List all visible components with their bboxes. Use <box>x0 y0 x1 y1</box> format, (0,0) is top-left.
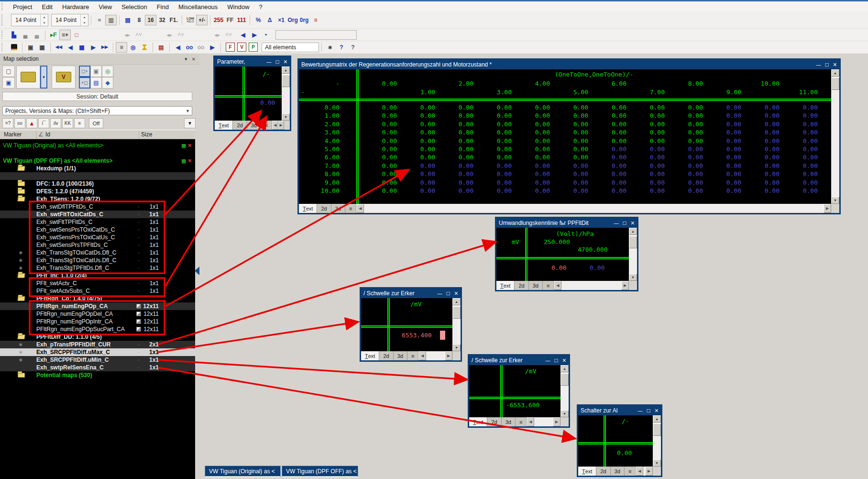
close-icon[interactable]: × <box>833 61 837 68</box>
close-icon[interactable]: × <box>631 219 635 227</box>
matrix-cell[interactable]: 0.00 <box>675 112 703 119</box>
column-id[interactable]: Id <box>45 131 50 138</box>
vertical-scrollbar[interactable]: ▲▼ <box>452 298 461 351</box>
matrix-cell[interactable]: 0.00 <box>560 129 588 136</box>
matrix-cell[interactable]: 0.00 <box>637 162 665 169</box>
prev-element-button[interactable]: ◀ <box>237 30 249 40</box>
tree-map-row[interactable]: Exh_swtFltTPFltDs_C·1x1 <box>0 218 195 226</box>
matrix-col-header[interactable]: 8.00 <box>675 80 703 87</box>
scroll-up-icon[interactable]: ▲ <box>831 69 839 77</box>
matrix-cell[interactable]: 0.00 <box>599 104 626 111</box>
matrix-row-header[interactable]: 6.00 <box>312 154 340 161</box>
matrix-cell[interactable]: 0.00 <box>790 154 818 161</box>
mdi-tab-0[interactable]: VW Tiguan (Original) as < <box>205 466 281 478</box>
export-map-button[interactable]: +▢ <box>79 77 90 89</box>
delta-button[interactable]: Δ <box>264 15 275 25</box>
tree-map-row[interactable]: PFltRgn_numEngPOpIntr_CA12x11 <box>0 318 195 325</box>
matrix-cell[interactable]: 0.00 <box>522 137 550 145</box>
matrix-cell[interactable]: 0.00 <box>675 179 703 186</box>
minimize-icon[interactable]: — <box>438 291 442 296</box>
tree-folder-row[interactable]: PFltRgn_Co: 1.4.0 (4/75) <box>0 295 195 302</box>
search-maps-button[interactable]: ◎ <box>102 66 113 77</box>
matrix-col-header[interactable]: 9.00 <box>714 89 741 96</box>
close-icon[interactable]: × <box>562 356 566 364</box>
hourglass-icon[interactable] <box>139 42 150 53</box>
sign-button[interactable]: +/- <box>196 15 208 25</box>
org-button[interactable]: Org <box>287 15 298 25</box>
tab-3d[interactable]: 3d <box>611 467 625 476</box>
percent-button[interactable]: % <box>253 15 264 25</box>
off-filter-button[interactable]: Off <box>89 118 103 128</box>
matrix-cell[interactable]: 0.00 <box>599 121 626 128</box>
warning-filter-button[interactable]: ▲ <box>26 118 37 128</box>
scroll-down-icon[interactable]: ▼ <box>282 113 290 121</box>
matrix-cell[interactable]: 0.00 <box>714 187 741 194</box>
matrix-cell[interactable]: 0.00 <box>790 129 818 136</box>
search-next-button[interactable]: ▶ <box>207 42 218 53</box>
matrix-cell[interactable]: 0.00 <box>714 129 741 136</box>
matrix-cell[interactable]: 0.00 <box>560 137 588 145</box>
vertical-scrollbar[interactable]: ▲▼ <box>831 69 839 204</box>
toolbar-entry-box[interactable] <box>275 30 357 40</box>
matrix-cell[interactable]: 0.00 <box>675 154 703 161</box>
matrix-row-header[interactable]: 10.00 <box>312 187 340 194</box>
stamp-redo-icon[interactable]: ▄ <box>31 30 43 40</box>
matrix-cell[interactable]: 0.00 <box>446 170 473 178</box>
list-filter-button[interactable]: ≡ <box>74 118 85 128</box>
matrix-cell[interactable]: 0.00 <box>790 112 818 119</box>
matrix-col-header[interactable]: 1.00 <box>407 89 435 96</box>
menu-item-miscellaneous[interactable]: Miscellaneous <box>174 2 222 11</box>
paste-factor-icon[interactable]: ▸F <box>48 30 59 40</box>
matrix-cell[interactable]: 0.00 <box>369 104 397 111</box>
menu-item-help[interactable]: ? <box>254 2 267 11</box>
matrix-cell[interactable]: 0.00 <box>599 187 626 194</box>
matrix-cell[interactable]: 0.00 <box>522 170 550 178</box>
matrix-cell[interactable]: 0.00 <box>560 154 588 161</box>
tree-map-row[interactable]: ∗Exh_TransStgTPFltDs.Dfl_C·1x1 <box>0 264 195 272</box>
matrix-cell[interactable]: 0.00 <box>407 154 435 161</box>
window-parameter-titlebar[interactable]: Parameter,—□× <box>215 57 290 67</box>
matrix-cell[interactable]: 0.00 <box>599 179 626 186</box>
binoculars-color-icon[interactable]: oo <box>184 42 195 53</box>
open-dropdown-icon[interactable]: ▼ <box>40 66 47 89</box>
tab-list-icon[interactable]: ≡ <box>625 467 636 476</box>
tree-map-row[interactable]: ∗Exh_TransStgTOxiCatDs.Dfl_C·1x1 <box>0 249 195 256</box>
tree-map-row[interactable]: Exh_swtSensPrsTOxiCatUs_C·1x1 <box>0 234 195 241</box>
matrix-cell[interactable]: 0.00 <box>752 162 780 169</box>
column-size[interactable]: Size <box>141 131 152 138</box>
window-schalter-titlebar[interactable]: Schalter zur Al—□× <box>578 406 661 415</box>
tree-map-row[interactable]: PFltRgn_numEngPOpDel_CA12x11 <box>0 310 195 318</box>
tab-2d[interactable]: 2d <box>515 281 528 290</box>
matrix-cell[interactable]: 0.00 <box>522 129 550 136</box>
matrix-cell[interactable]: 0.00 <box>599 137 626 145</box>
matrix-cell[interactable]: 0.00 <box>752 179 780 186</box>
matrix-cell[interactable]: 0.00 <box>446 154 473 161</box>
matrix-col-header[interactable]: 0.00 <box>369 80 397 87</box>
matrix-cell[interactable]: 0.00 <box>675 121 703 128</box>
matrix-cell[interactable]: 0.00 <box>522 162 550 169</box>
matrix-cell[interactable]: 0.00 <box>560 121 588 128</box>
org-exp-button[interactable]: 0rg <box>298 15 310 25</box>
scroll-up-icon[interactable]: ▲ <box>452 298 461 305</box>
matrix-cell[interactable]: 0.00 <box>407 121 435 128</box>
menu-item-hardware[interactable]: Hardware <box>57 2 94 11</box>
matrix-cell[interactable]: 0.00 <box>560 187 588 194</box>
close-icon[interactable]: × <box>284 58 287 66</box>
matrix-row-header[interactable]: 3.00 <box>312 129 340 136</box>
matrix-cell[interactable]: 0.00 <box>752 170 780 178</box>
menu-item-find[interactable]: Find <box>152 2 174 11</box>
tab-list-icon[interactable]: ≡ <box>261 121 272 130</box>
maximize-icon[interactable]: □ <box>623 220 626 226</box>
matrix-cell[interactable]: 0.00 <box>790 104 818 111</box>
matrix-cell[interactable]: 0.00 <box>369 179 397 186</box>
matrix-cell[interactable]: 0.00 <box>446 112 473 119</box>
magic-hat-icon[interactable] <box>8 42 20 53</box>
matrix-cell[interactable]: 0.00 <box>714 162 741 169</box>
p-filter-button[interactable]: P <box>249 43 258 52</box>
kk-filter-button[interactable]: KK <box>62 118 73 128</box>
matrix-row-header[interactable]: 5.00 <box>312 145 340 153</box>
tree-map-row[interactable]: PFltRgn_numEngPOp_CA12x11 <box>0 302 195 310</box>
nav-dropdown-icon[interactable]: ▾ <box>260 30 272 40</box>
matrix-cell[interactable]: 0.00 <box>637 145 665 153</box>
spinner-arrows[interactable]: ▲▼ <box>40 14 48 26</box>
